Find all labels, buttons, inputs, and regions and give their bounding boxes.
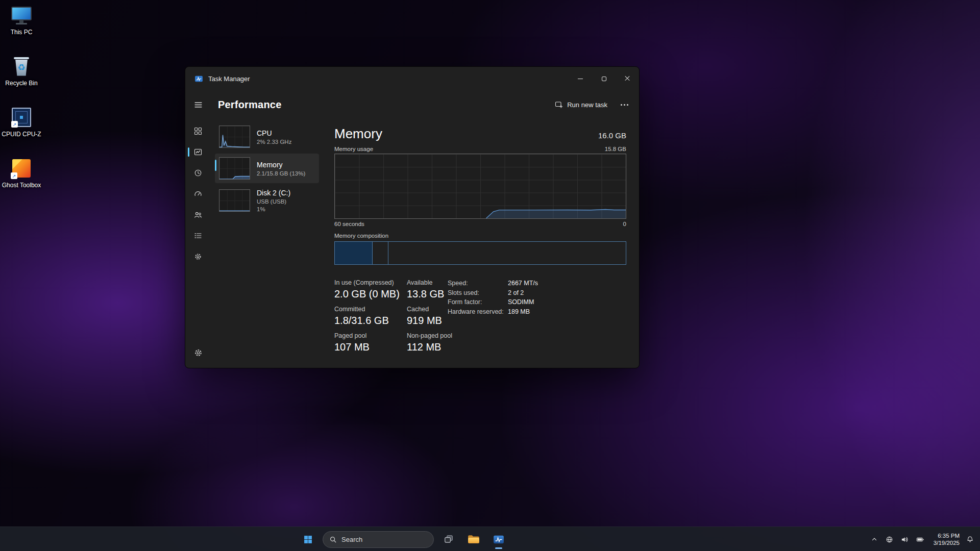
nav-menu-button[interactable] (189, 95, 207, 114)
nav-services[interactable] (189, 247, 207, 266)
detail-form-factor-value: SODIMM (508, 298, 538, 306)
nav-users[interactable] (189, 206, 207, 224)
performance-list: CPU 2% 2.33 GHz Memory 2.1/15.8 GB (13%)… (211, 119, 321, 368)
battery-icon (916, 536, 924, 543)
nav-processes[interactable] (189, 122, 207, 140)
detail-speed-value: 2667 MT/s (508, 280, 538, 287)
battery-button[interactable] (913, 530, 927, 548)
network-globe-icon (886, 536, 893, 543)
memory-hardware-details: Speed: 2667 MT/s Slots used: 2 of 2 Form… (448, 280, 538, 315)
taskbar-clock[interactable]: 6:35 PM 3/19/2025 (932, 531, 962, 547)
window-controls (569, 67, 639, 90)
gauge-icon (194, 190, 202, 198)
desktop-icon-recycle-bin[interactable]: ♻ Recycle Bin (0, 51, 43, 102)
desktop-icon-cpu-z[interactable]: ↗ CPUID CPU-Z (0, 102, 43, 153)
recycle-bin-icon: ♻ (14, 55, 29, 78)
composition-segment-2 (388, 242, 626, 264)
chevron-up-icon (871, 536, 878, 543)
notification-bell-icon (966, 536, 974, 543)
perf-item-detail: USB (USB) (257, 198, 290, 205)
perf-item-name: Memory (257, 161, 305, 169)
clock-icon (194, 169, 202, 177)
memory-usage-label: Memory usage (334, 146, 373, 152)
stat-committed: Committed 1.8/31.6 GB (334, 306, 407, 327)
memory-composition-bar (334, 241, 626, 265)
close-button[interactable] (616, 67, 639, 90)
maximize-icon (602, 77, 606, 81)
task-manager-icon (493, 535, 504, 544)
taskbar: Search (0, 527, 980, 551)
file-explorer-button[interactable] (463, 529, 484, 549)
composition-segment-0 (335, 242, 373, 264)
memory-panel: Memory 16.0 GB Memory usage 15.8 GB 60 s… (321, 119, 639, 368)
volume-button[interactable] (898, 530, 912, 548)
start-button[interactable] (298, 529, 318, 549)
clock-time: 6:35 PM (934, 532, 960, 539)
perf-item-detail: 2.1/15.8 GB (13%) (257, 170, 305, 177)
shortcut-arrow-icon: ↗ (11, 121, 18, 128)
details-list-icon (194, 232, 202, 240)
detail-hw-reserved-value: 189 MB (508, 308, 538, 315)
perf-item-detail: 2% 2.33 GHz (257, 139, 291, 145)
detail-hw-reserved-label: Hardware reserved: (448, 308, 508, 315)
detail-slots-label: Slots used: (448, 289, 508, 296)
more-options-button[interactable] (616, 96, 633, 113)
stat-in-use: In use (Compressed) 2.0 GB (0 MB) (334, 279, 407, 300)
perf-list-item-cpu[interactable]: CPU 2% 2.33 GHz (215, 122, 319, 152)
notifications-button[interactable] (963, 530, 977, 548)
ghost-toolbox-icon: ↗ (12, 157, 31, 180)
desktop-icon-this-pc[interactable]: This PC (0, 0, 43, 51)
settings-gear-icon (194, 348, 203, 357)
desktop-icon-label: This PC (11, 29, 33, 36)
minimize-button[interactable] (569, 67, 592, 90)
clock-date: 3/19/2025 (934, 539, 960, 546)
title-bar: Task Manager (185, 67, 639, 90)
hamburger-icon (194, 101, 203, 109)
nav-startup-apps[interactable] (189, 185, 207, 203)
nav-details[interactable] (189, 227, 207, 245)
detail-slots-value: 2 of 2 (508, 289, 538, 296)
task-view-button[interactable] (438, 529, 459, 549)
performance-icon (194, 148, 202, 156)
nav-performance[interactable] (189, 143, 207, 161)
nav-settings[interactable] (189, 343, 207, 362)
desktop-icon-ghost-toolbox[interactable]: ↗ Ghost Toolbox (0, 153, 43, 204)
perf-list-item-memory[interactable]: Memory 2.1/15.8 GB (13%) (215, 154, 319, 183)
window-title: Task Manager (208, 75, 250, 83)
network-button[interactable] (883, 530, 897, 548)
maximize-button[interactable] (592, 67, 616, 90)
memory-thumbnail-graph (219, 157, 250, 180)
detail-speed-label: Speed: (448, 280, 508, 287)
axis-label-left: 60 seconds (334, 221, 364, 227)
taskbar-center-group: Search (298, 527, 509, 551)
ellipsis-icon (621, 104, 622, 106)
users-icon (194, 211, 202, 219)
detail-form-factor-label: Form factor: (448, 298, 508, 306)
recycle-symbol: ♻ (17, 63, 25, 72)
processes-icon (194, 127, 202, 135)
shortcut-arrow-icon: ↗ (11, 172, 17, 179)
nav-app-history[interactable] (189, 164, 207, 182)
perf-item-name: Disk 2 (C:) (257, 189, 290, 197)
memory-capacity: 16.0 GB (598, 131, 626, 140)
services-gear-icon (194, 253, 202, 261)
run-new-task-label: Run new task (567, 101, 607, 109)
run-new-task-button[interactable]: Run new task (549, 96, 614, 113)
task-manager-taskbar-button[interactable] (488, 529, 509, 549)
desktop-wallpaper: This PC ♻ Recycle Bin ↗ CPUID CPU-Z ↗ (0, 0, 980, 551)
desktop-icon-label: CPUID CPU-Z (2, 131, 41, 138)
stat-non-paged-pool: Non-paged pool 112 MB (407, 332, 478, 353)
stat-paged-pool: Paged pool 107 MB (334, 332, 407, 353)
navigation-rail (185, 119, 211, 368)
perf-list-item-disk2[interactable]: Disk 2 (C:) USB (USB) 1% (215, 185, 319, 216)
search-placeholder: Search (341, 536, 362, 543)
this-pc-icon (11, 4, 32, 27)
file-explorer-icon (468, 534, 480, 544)
taskbar-search[interactable]: Search (323, 531, 434, 548)
cpu-z-icon: ↗ (12, 106, 31, 129)
running-indicator (495, 547, 502, 549)
desktop-icon-label: Recycle Bin (5, 80, 37, 87)
tray-overflow-button[interactable] (867, 530, 881, 548)
memory-usage-graph (334, 154, 626, 219)
run-new-task-icon (555, 101, 563, 109)
